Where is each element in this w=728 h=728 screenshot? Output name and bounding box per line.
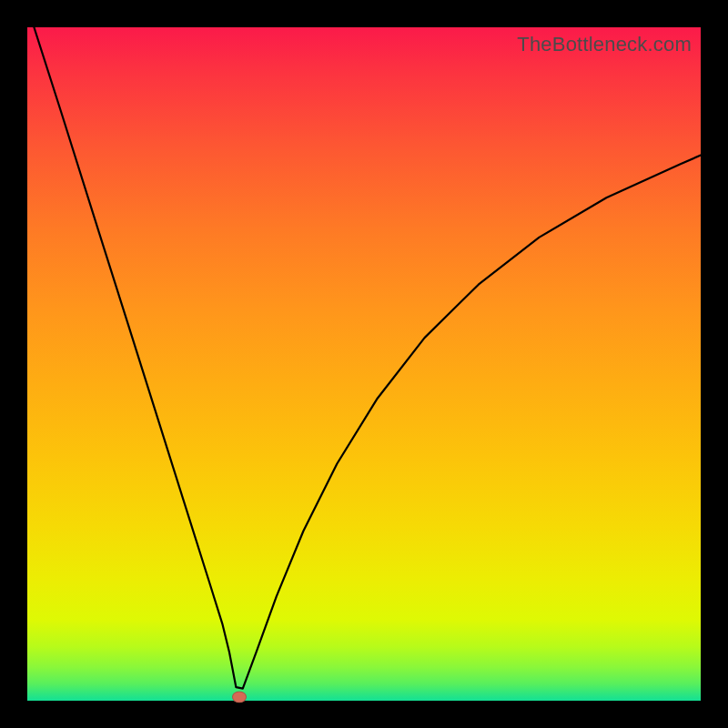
minimum-marker: [232, 691, 247, 703]
chart-frame: TheBottleneck.com: [0, 0, 728, 728]
bottleneck-curve: [27, 27, 701, 701]
plot-area: TheBottleneck.com: [27, 27, 701, 701]
